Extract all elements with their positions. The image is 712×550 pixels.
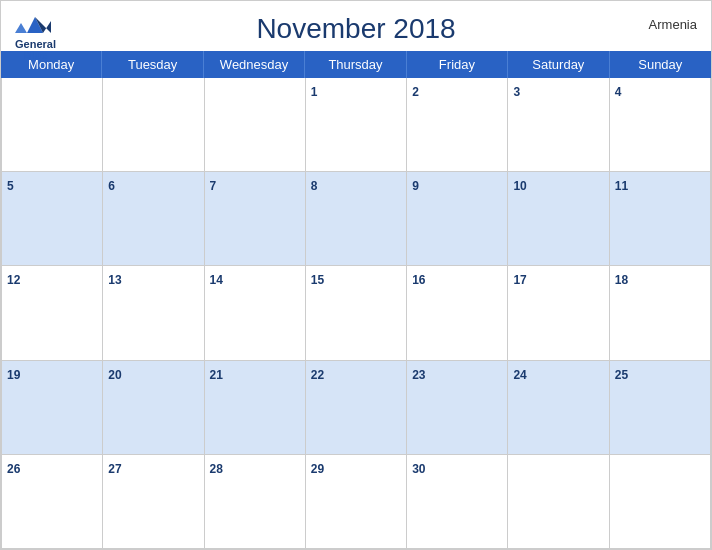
day-header-sunday: Sunday — [610, 51, 711, 78]
calendar-cell: 15 — [306, 266, 407, 360]
calendar-cell — [508, 455, 609, 549]
day-number: 3 — [513, 85, 520, 99]
day-header-thursday: Thursday — [305, 51, 406, 78]
country-label: Armenia — [649, 17, 697, 32]
calendar-cell: 16 — [407, 266, 508, 360]
day-number: 17 — [513, 273, 526, 287]
day-number: 9 — [412, 179, 419, 193]
day-number: 8 — [311, 179, 318, 193]
day-number: 12 — [7, 273, 20, 287]
calendar-cell: 7 — [205, 172, 306, 266]
calendar-cell: 8 — [306, 172, 407, 266]
day-number: 25 — [615, 368, 628, 382]
calendar-row-2: 12131415161718 — [2, 266, 711, 360]
calendar-cell — [205, 78, 306, 172]
calendar: General Blue November 2018 Armenia Monda… — [0, 0, 712, 550]
day-header-wednesday: Wednesday — [204, 51, 305, 78]
calendar-row-1: 567891011 — [2, 172, 711, 266]
logo-blue-text: Blue — [24, 50, 48, 61]
calendar-cell: 27 — [103, 455, 204, 549]
day-number: 22 — [311, 368, 324, 382]
calendar-cell: 12 — [2, 266, 103, 360]
day-number: 20 — [108, 368, 121, 382]
calendar-cell: 28 — [205, 455, 306, 549]
day-number: 19 — [7, 368, 20, 382]
calendar-cell: 29 — [306, 455, 407, 549]
day-number: 26 — [7, 462, 20, 476]
calendar-cell — [610, 455, 711, 549]
day-header-saturday: Saturday — [508, 51, 609, 78]
day-number: 1 — [311, 85, 318, 99]
day-header-tuesday: Tuesday — [102, 51, 203, 78]
calendar-cell: 14 — [205, 266, 306, 360]
calendar-body: 1234567891011121314151617181920212223242… — [1, 78, 711, 549]
calendar-cell: 5 — [2, 172, 103, 266]
calendar-cell: 20 — [103, 361, 204, 455]
calendar-cell: 10 — [508, 172, 609, 266]
calendar-row-4: 2627282930 — [2, 455, 711, 549]
calendar-cell: 30 — [407, 455, 508, 549]
logo: General Blue — [15, 11, 56, 61]
day-header-friday: Friday — [407, 51, 508, 78]
calendar-cell: 3 — [508, 78, 609, 172]
calendar-cell — [2, 78, 103, 172]
day-number: 15 — [311, 273, 324, 287]
calendar-cell: 18 — [610, 266, 711, 360]
calendar-cell: 23 — [407, 361, 508, 455]
month-title: November 2018 — [256, 13, 455, 45]
day-number: 13 — [108, 273, 121, 287]
calendar-cell: 2 — [407, 78, 508, 172]
day-number: 24 — [513, 368, 526, 382]
day-number: 18 — [615, 273, 628, 287]
day-number: 11 — [615, 179, 628, 193]
calendar-header: General Blue November 2018 Armenia — [1, 1, 711, 51]
calendar-cell: 11 — [610, 172, 711, 266]
calendar-cell: 4 — [610, 78, 711, 172]
day-number: 23 — [412, 368, 425, 382]
calendar-row-0: 1234 — [2, 78, 711, 172]
logo-icon — [15, 11, 55, 39]
day-number: 29 — [311, 462, 324, 476]
day-number: 2 — [412, 85, 419, 99]
calendar-cell: 21 — [205, 361, 306, 455]
days-header: MondayTuesdayWednesdayThursdayFridaySatu… — [1, 51, 711, 78]
calendar-cell: 26 — [2, 455, 103, 549]
calendar-row-3: 19202122232425 — [2, 361, 711, 455]
calendar-cell — [103, 78, 204, 172]
day-number: 10 — [513, 179, 526, 193]
calendar-cell: 17 — [508, 266, 609, 360]
day-number: 7 — [210, 179, 217, 193]
day-number: 4 — [615, 85, 622, 99]
calendar-cell: 13 — [103, 266, 204, 360]
day-number: 14 — [210, 273, 223, 287]
calendar-cell: 9 — [407, 172, 508, 266]
calendar-cell: 6 — [103, 172, 204, 266]
calendar-cell: 24 — [508, 361, 609, 455]
calendar-cell: 22 — [306, 361, 407, 455]
day-number: 5 — [7, 179, 14, 193]
day-number: 27 — [108, 462, 121, 476]
day-number: 28 — [210, 462, 223, 476]
calendar-cell: 1 — [306, 78, 407, 172]
calendar-cell: 19 — [2, 361, 103, 455]
calendar-cell: 25 — [610, 361, 711, 455]
day-number: 6 — [108, 179, 115, 193]
day-number: 30 — [412, 462, 425, 476]
day-number: 16 — [412, 273, 425, 287]
day-number: 21 — [210, 368, 223, 382]
